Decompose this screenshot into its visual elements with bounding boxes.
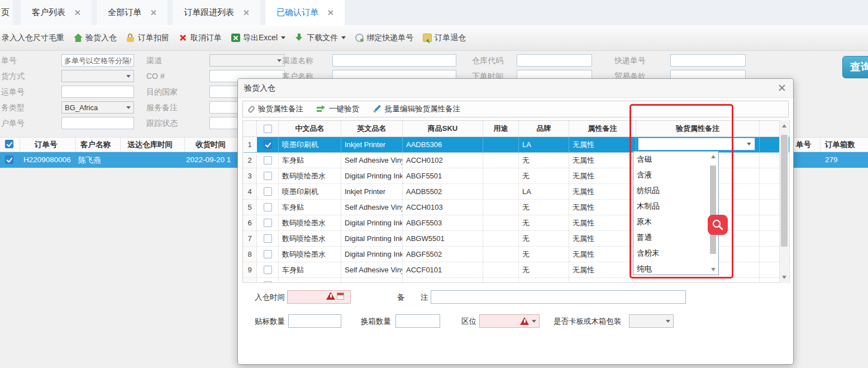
tab[interactable]: 已确认订单 <box>265 0 345 25</box>
dropdown-option[interactable]: 含液 <box>633 167 718 183</box>
service-type-select[interactable]: BG_Africa <box>61 101 134 114</box>
main-toolbar: 录入入仓尺寸毛重 验货入仓 订单扣留 取消订单 <box>0 25 868 51</box>
tab-label: 已确认订单 <box>276 7 318 18</box>
row-checkbox[interactable] <box>264 156 272 164</box>
tab-close-icon[interactable] <box>327 10 333 16</box>
tab[interactable]: 页 <box>0 0 13 25</box>
en-name-cell: Digital Printing Ink <box>341 231 403 246</box>
scroll-down-icon[interactable] <box>709 265 718 274</box>
toolbar-button[interactable]: 取消订单 <box>179 33 222 43</box>
sku-cell: AADB5306 <box>403 137 483 152</box>
filter-label-order-no: 单号 <box>1 56 17 66</box>
express-no-input[interactable] <box>670 54 746 67</box>
dropdown-scrollbar[interactable] <box>709 152 718 274</box>
brand-cell: 无 <box>519 231 569 246</box>
filter-label-service-type: 务类型 <box>1 103 25 113</box>
tab[interactable]: 订单跟进列表 <box>173 0 260 25</box>
row-checkbox[interactable] <box>264 266 272 274</box>
calendar-icon[interactable] <box>337 292 344 300</box>
remark-label-2: 注 <box>421 292 428 303</box>
channel-name-input[interactable] <box>332 54 456 67</box>
label-qty-input[interactable] <box>288 314 341 328</box>
scroll-up-icon[interactable] <box>709 152 718 161</box>
dropdown-option[interactable]: 含粉末 <box>633 246 718 261</box>
use-cell <box>483 278 519 283</box>
row-number: 9 <box>243 262 257 277</box>
modal-close-icon[interactable] <box>778 84 785 91</box>
zone-select[interactable] <box>479 314 540 328</box>
search-button[interactable]: 查询 <box>842 56 868 78</box>
row-checkbox[interactable] <box>264 140 272 149</box>
modal-toolbar-button[interactable]: 验货属性备注 <box>247 104 303 114</box>
row-checkbox[interactable] <box>264 187 272 196</box>
modal-toolbar-button[interactable]: 批量编辑验货属性备注 <box>373 104 460 114</box>
scroll-up-icon[interactable] <box>780 121 789 130</box>
header-checkbox[interactable] <box>264 125 272 133</box>
toolbar-button-label: 录入入仓尺寸毛重 <box>2 33 64 43</box>
remark-input[interactable] <box>431 290 686 304</box>
channel-select[interactable] <box>209 54 285 67</box>
dropdown-option[interactable]: 纯电 <box>633 261 718 275</box>
row-checkbox[interactable] <box>264 234 272 243</box>
row-checkbox[interactable] <box>264 219 272 227</box>
tab-close-icon[interactable] <box>150 10 156 16</box>
toolbar-button[interactable]: 录入入仓尺寸毛重 <box>2 33 64 43</box>
en-name-cell: Digital Printing Ink <box>341 215 403 230</box>
dropdown-option[interactable]: 木制品 <box>633 199 718 214</box>
select-all-checkbox[interactable] <box>5 140 13 148</box>
customer-order-no-input[interactable] <box>61 117 134 129</box>
lock-icon <box>126 34 135 42</box>
tab[interactable]: 客户列表 <box>21 0 92 25</box>
dropdown-option[interactable]: 普通 <box>633 230 718 246</box>
toolbar-button-label: 订单扣留 <box>138 33 169 43</box>
order-no-input[interactable] <box>61 54 134 67</box>
pallet-select[interactable] <box>629 314 674 328</box>
use-cell <box>483 168 519 183</box>
filter-label-waybill-no: 运单号 <box>1 87 25 97</box>
col-receive-time: 收货时间 <box>195 140 226 150</box>
toolbar-button[interactable]: 订单退仓 <box>423 33 466 43</box>
col-attr: 属性备注 <box>569 121 636 136</box>
toolbar-button[interactable]: 导出Excel <box>231 33 285 43</box>
product-row[interactable] <box>243 278 789 283</box>
dropdown-scroll-thumb[interactable] <box>710 166 716 254</box>
cn-name-cell <box>279 278 341 283</box>
use-cell <box>483 247 519 262</box>
attr-cell: 无属性 <box>569 231 636 246</box>
table-scrollbar[interactable] <box>779 120 789 283</box>
scroll-down-icon[interactable] <box>780 273 789 282</box>
en-name-cell <box>341 278 403 283</box>
tab-bar: 页 客户列表 全部订单 订单跟进列表 已确认订单 <box>0 0 868 25</box>
insp-remark-combobox[interactable] <box>638 138 755 150</box>
box-change-input[interactable] <box>395 314 440 328</box>
dropdown-option[interactable]: 纺织品 <box>633 183 718 199</box>
modal-toolbar-button[interactable]: 一键验货 <box>317 104 359 114</box>
toolbar-button-label: 验货入仓 <box>85 33 117 43</box>
tab-close-icon[interactable] <box>243 10 249 16</box>
row-checkbox[interactable] <box>264 281 272 283</box>
sku-cell: ABGW5501 <box>403 231 483 246</box>
toolbar-button[interactable]: 下载文件 <box>295 33 346 43</box>
scroll-thumb[interactable] <box>781 135 788 247</box>
row-number: 5 <box>243 200 257 215</box>
sku-cell: ABGF5501 <box>403 168 483 183</box>
row-checkbox[interactable] <box>264 172 272 180</box>
tab-close-icon[interactable] <box>74 10 80 16</box>
tab[interactable]: 全部订单 <box>97 0 168 25</box>
toolbar-button[interactable]: 绑定快递单号 <box>355 33 413 43</box>
attr-cell: 无属性 <box>569 200 636 215</box>
waybill-no-input[interactable] <box>61 86 134 98</box>
row-checkbox[interactable] <box>5 155 13 164</box>
delivery-method-select[interactable] <box>61 70 134 82</box>
toolbar-button[interactable]: 验货入仓 <box>74 33 117 43</box>
dropdown-option[interactable]: 原木 <box>633 214 718 230</box>
warehouse-code-input[interactable] <box>517 54 592 67</box>
en-name-cell: Digital Printing Ink <box>341 168 403 183</box>
sku-cell: ABGF5503 <box>403 215 483 230</box>
col-right-partial: 单号 <box>796 140 811 150</box>
toolbar-button[interactable]: 订单扣留 <box>126 33 169 43</box>
chevron-down-icon <box>747 143 751 145</box>
row-checkbox[interactable] <box>264 250 272 258</box>
row-checkbox[interactable] <box>264 203 272 211</box>
dropdown-option[interactable]: 含磁 <box>633 152 718 167</box>
